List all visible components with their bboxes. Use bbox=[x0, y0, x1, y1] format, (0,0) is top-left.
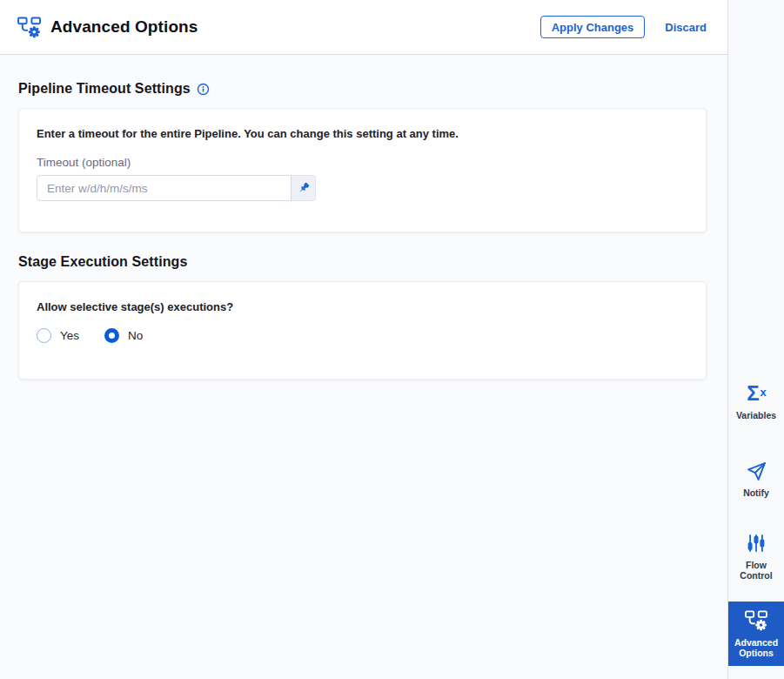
stage-execution-card: Allow selective stage(s) executions? Yes… bbox=[18, 281, 707, 380]
sidebar-item-variables[interactable]: Σx Variables bbox=[728, 369, 784, 434]
pipeline-timeout-heading: Pipeline Timeout Settings bbox=[18, 81, 707, 97]
info-icon[interactable] bbox=[197, 83, 210, 96]
radio-label-no: No bbox=[128, 329, 143, 342]
apply-changes-button[interactable]: Apply Changes bbox=[540, 16, 646, 38]
sidebar-item-label: Variables bbox=[736, 410, 776, 420]
selective-execution-question: Allow selective stage(s) executions? bbox=[37, 300, 688, 313]
radio-label-yes: Yes bbox=[60, 329, 79, 342]
page-title: Advanced Options bbox=[50, 17, 198, 37]
header-actions: Apply Changes Discard bbox=[540, 16, 707, 38]
panel-header: Advanced Options Apply Changes Discard bbox=[0, 0, 727, 55]
sidebar-item-notify[interactable]: Notify bbox=[728, 447, 784, 511]
pipeline-timeout-heading-text: Pipeline Timeout Settings bbox=[18, 81, 191, 97]
timeout-input[interactable] bbox=[37, 175, 291, 201]
sidebar-item-label: Notify bbox=[743, 487, 769, 498]
right-sidebar: Σx Variables Notify Flow Control bbox=[727, 0, 784, 679]
sliders-icon bbox=[747, 532, 766, 555]
radio-circle-yes[interactable] bbox=[37, 328, 51, 343]
sigma-x-icon: Σx bbox=[747, 382, 766, 405]
radio-option-yes[interactable]: Yes bbox=[37, 328, 79, 343]
selective-execution-radio-group: Yes No bbox=[37, 328, 688, 345]
sidebar-item-advanced-options[interactable]: Advanced Options bbox=[728, 602, 784, 666]
advanced-options-panel: Advanced Options Apply Changes Discard P… bbox=[0, 0, 727, 679]
stage-execution-heading-text: Stage Execution Settings bbox=[18, 254, 187, 270]
pipeline-timeout-card: Enter a timeout for the entire Pipeline.… bbox=[18, 108, 707, 232]
pipeline-gear-icon bbox=[17, 17, 41, 38]
radio-circle-no[interactable] bbox=[104, 328, 119, 343]
timeout-field-label: Timeout (optional) bbox=[37, 156, 688, 169]
pushpin-icon bbox=[297, 182, 310, 195]
panel-content: Pipeline Timeout Settings Enter a timeou… bbox=[0, 55, 727, 401]
sidebar-item-label: Advanced Options bbox=[731, 637, 781, 658]
radio-option-no[interactable]: No bbox=[104, 328, 143, 343]
pin-input-type-button[interactable] bbox=[291, 175, 316, 201]
pipeline-gear-icon bbox=[745, 609, 767, 632]
stage-execution-heading: Stage Execution Settings bbox=[18, 254, 707, 270]
sidebar-item-flow-control[interactable]: Flow Control bbox=[728, 524, 784, 588]
timeout-description: Enter a timeout for the entire Pipeline.… bbox=[37, 127, 688, 140]
timeout-input-row bbox=[37, 175, 688, 201]
discard-link[interactable]: Discard bbox=[665, 21, 707, 34]
paper-plane-icon bbox=[746, 460, 767, 482]
sidebar-item-label: Flow Control bbox=[731, 560, 781, 581]
